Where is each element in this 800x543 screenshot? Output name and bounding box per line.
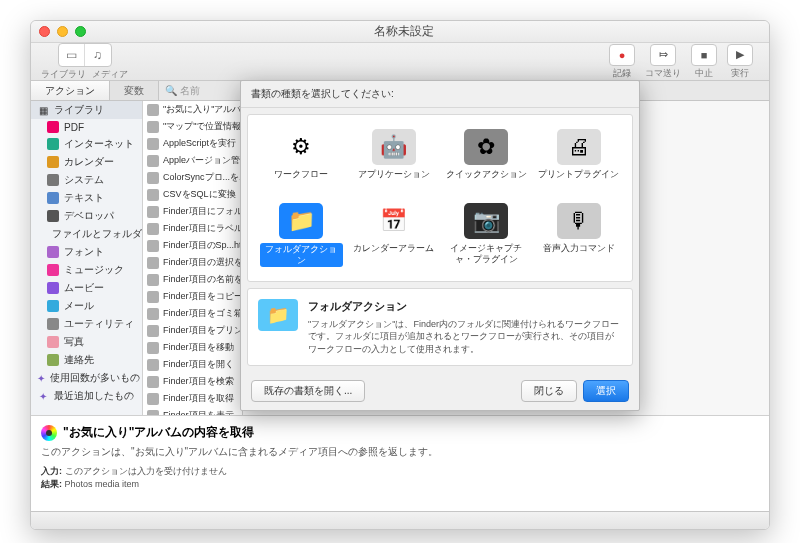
run-button[interactable]: ▶ bbox=[727, 44, 753, 66]
library-label: ライブラリ bbox=[41, 68, 86, 81]
action-icon bbox=[147, 393, 159, 405]
action-item[interactable]: Finder項目のSp...ht... bbox=[143, 237, 242, 254]
sidebar-item[interactable]: ユーティリティ bbox=[31, 315, 142, 333]
sidebar-smart-item[interactable]: ✦使用回数が多いもの bbox=[31, 369, 142, 387]
type-label: ワークフロー bbox=[274, 169, 328, 189]
type-icon: 📅 bbox=[372, 203, 416, 239]
action-item[interactable]: CSVをSQLに変換 bbox=[143, 186, 242, 203]
action-item[interactable]: Finder項目の選択を求... bbox=[143, 254, 242, 271]
action-item[interactable]: "お気に入り"アルバムの... bbox=[143, 101, 242, 118]
close-button[interactable]: 閉じる bbox=[521, 380, 577, 402]
search-icon: 🔍 bbox=[165, 85, 177, 96]
input-text: このアクションは入力を受け付けません bbox=[65, 466, 227, 476]
sidebar-item[interactable]: テキスト bbox=[31, 189, 142, 207]
titlebar: 名称未設定 bbox=[31, 21, 769, 43]
action-item[interactable]: Finder項目をコピー bbox=[143, 288, 242, 305]
media-toggle[interactable]: ♫ bbox=[85, 44, 111, 66]
action-icon bbox=[147, 291, 159, 303]
action-item[interactable]: Finder項目を移動 bbox=[143, 339, 242, 356]
record-button[interactable]: ● bbox=[609, 44, 635, 66]
type-cell[interactable]: 📅カレンダーアラーム bbox=[351, 199, 438, 271]
action-item[interactable]: Appleバージョン管理... bbox=[143, 152, 242, 169]
type-description: 📁 フォルダアクション "フォルダアクション"は、Finder内のフォルダに関連… bbox=[247, 288, 633, 367]
result-text: Photos media item bbox=[65, 479, 140, 489]
sidebar-item[interactable]: デベロッパ bbox=[31, 207, 142, 225]
type-label: プリントプラグイン bbox=[538, 169, 619, 189]
tab-actions[interactable]: アクション bbox=[31, 81, 110, 100]
sidebar-header[interactable]: ▦ライブラリ bbox=[31, 101, 142, 119]
input-label: 入力: bbox=[41, 466, 62, 476]
action-item[interactable]: Finder項目をゴミ箱に... bbox=[143, 305, 242, 322]
sidebar-item[interactable]: メール bbox=[31, 297, 142, 315]
status-bar bbox=[31, 511, 769, 529]
action-icon bbox=[147, 155, 159, 167]
sidebar-item[interactable]: 写真 bbox=[31, 333, 142, 351]
toolbar: ▭ ♫ ライブラリメディア ●記録 ⤇コマ送り ■中止 ▶実行 bbox=[31, 43, 769, 81]
type-icon: 🤖 bbox=[372, 129, 416, 165]
sidebar-item[interactable]: インターネット bbox=[31, 135, 142, 153]
info-panel: "お気に入り"アルバムの内容を取得 このアクションは、"お気に入り"アルバムに含… bbox=[31, 415, 769, 511]
type-icon: 🖨 bbox=[557, 129, 601, 165]
action-item[interactable]: Finder項目を開く bbox=[143, 356, 242, 373]
tab-variables[interactable]: 変数 bbox=[110, 81, 159, 100]
sidebar-item[interactable]: ミュージック bbox=[31, 261, 142, 279]
action-item[interactable]: Finder項目にフォルダ... bbox=[143, 203, 242, 220]
sheet-footer: 既存の書類を開く... 閉じる 選択 bbox=[241, 372, 639, 410]
action-item[interactable]: AppleScriptを実行 bbox=[143, 135, 242, 152]
description-title: フォルダアクション bbox=[308, 299, 622, 314]
sidebar-item[interactable]: フォント bbox=[31, 243, 142, 261]
type-cell[interactable]: ✿クイックアクション bbox=[443, 125, 530, 193]
action-item[interactable]: ColorSyncプロ...を... bbox=[143, 169, 242, 186]
action-icon bbox=[147, 257, 159, 269]
action-item[interactable]: Finder項目の名前を変... bbox=[143, 271, 242, 288]
info-title: "お気に入り"アルバムの内容を取得 bbox=[63, 424, 254, 441]
window-title: 名称未設定 bbox=[86, 23, 721, 40]
step-button[interactable]: ⤇ bbox=[650, 44, 676, 66]
action-item[interactable]: "マップ"で位置情報を... bbox=[143, 118, 242, 135]
type-cell[interactable]: 🤖アプリケーション bbox=[351, 125, 438, 193]
sidebar-item[interactable]: 連絡先 bbox=[31, 351, 142, 369]
action-icon bbox=[147, 172, 159, 184]
action-item[interactable]: Finder項目にラベルを... bbox=[143, 220, 242, 237]
sidebar-smart-item[interactable]: ✦最近追加したもの bbox=[31, 387, 142, 405]
search-placeholder: 名前 bbox=[180, 84, 200, 98]
type-icon: ⚙︎ bbox=[279, 129, 323, 165]
sidebar-item[interactable]: ファイルとフォルダ bbox=[31, 225, 142, 243]
library-toggle[interactable]: ▭ bbox=[59, 44, 85, 66]
stop-button[interactable]: ■ bbox=[691, 44, 717, 66]
type-cell[interactable]: 🖨プリントプラグイン bbox=[536, 125, 623, 193]
action-icon bbox=[147, 325, 159, 337]
action-icon bbox=[147, 240, 159, 252]
close-window-button[interactable] bbox=[39, 26, 50, 37]
action-item[interactable]: Finder項目を検索 bbox=[143, 373, 242, 390]
stop-label: 中止 bbox=[695, 67, 713, 80]
action-item[interactable]: Finder項目を取得 bbox=[143, 390, 242, 407]
minimize-window-button[interactable] bbox=[57, 26, 68, 37]
type-cell[interactable]: 📁フォルダアクション bbox=[258, 199, 345, 271]
choose-button[interactable]: 選択 bbox=[583, 380, 629, 402]
zoom-window-button[interactable] bbox=[75, 26, 86, 37]
type-grid: ⚙︎ワークフロー🤖アプリケーション✿クイックアクション🖨プリントプラグイン📁フォ… bbox=[247, 114, 633, 282]
action-icon bbox=[147, 121, 159, 133]
action-icon bbox=[147, 104, 159, 116]
open-existing-button[interactable]: 既存の書類を開く... bbox=[251, 380, 365, 402]
photos-icon bbox=[41, 425, 57, 441]
type-cell[interactable]: ⚙︎ワークフロー bbox=[258, 125, 345, 193]
sidebar-item[interactable]: カレンダー bbox=[31, 153, 142, 171]
action-icon bbox=[147, 274, 159, 286]
type-cell[interactable]: 📷イメージキャプチャ・プラグイン bbox=[443, 199, 530, 271]
action-item[interactable]: Finder項目をプリント bbox=[143, 322, 242, 339]
run-label: 実行 bbox=[731, 67, 749, 80]
sidebar-item[interactable]: ムービー bbox=[31, 279, 142, 297]
type-label: フォルダアクション bbox=[260, 243, 343, 267]
sidebar-item[interactable]: PDF bbox=[31, 119, 142, 135]
folder-icon: 📁 bbox=[258, 299, 298, 331]
traffic-lights bbox=[39, 26, 86, 37]
type-cell[interactable]: 🎙音声入力コマンド bbox=[536, 199, 623, 271]
type-label: アプリケーション bbox=[358, 169, 430, 189]
record-label: 記録 bbox=[613, 67, 631, 80]
action-icon bbox=[147, 359, 159, 371]
media-label: メディア bbox=[92, 68, 128, 81]
action-icon bbox=[147, 138, 159, 150]
sidebar-item[interactable]: システム bbox=[31, 171, 142, 189]
